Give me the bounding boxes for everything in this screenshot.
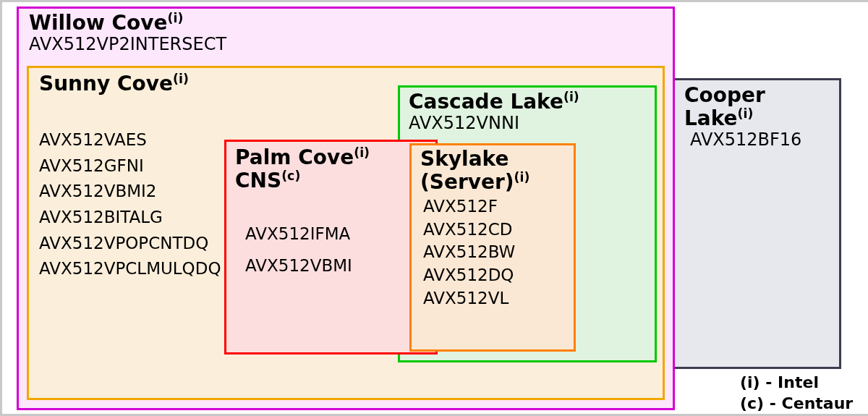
willow-cove-feature: AVX512VP2INTERSECT	[29, 35, 663, 55]
skylake-title-2: (Server)(i)	[420, 171, 565, 194]
legend-intel: (i) - Intel	[740, 373, 853, 394]
willow-cove-title: Willow Cove(i)	[29, 12, 663, 35]
palm-cove-title-1: Palm Cove(i)	[235, 146, 427, 169]
legend: (i) - Intel (c) - Centaur	[740, 373, 853, 414]
palm-cove-box: Palm Cove(i) CNS(c) AVX512IFMA AVX512VBM…	[224, 140, 438, 355]
cooper-lake-title: Cooper Lake(i)	[684, 85, 839, 130]
skylake-box: Skylake (Server)(i) AVX512F AVX512CD AVX…	[409, 143, 576, 352]
cascade-lake-title: Cascade Lake(i)	[409, 90, 646, 114]
skylake-features: AVX512F AVX512CD AVX512BW AVX512DQ AVX51…	[423, 195, 565, 310]
palm-cove-features: AVX512IFMA AVX512VBMI	[245, 218, 427, 281]
legend-centaur: (c) - Centaur	[740, 394, 853, 415]
cascade-lake-feature: AVX512VNNI	[409, 114, 646, 134]
cooper-lake-feature: AVX512BF16	[690, 130, 839, 150]
palm-cove-title-2: CNS(c)	[235, 169, 427, 192]
skylake-title-1: Skylake	[420, 148, 565, 171]
